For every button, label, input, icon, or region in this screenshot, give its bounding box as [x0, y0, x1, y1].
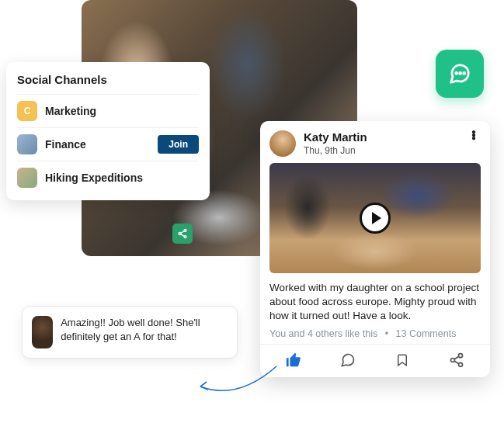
share-button[interactable]: [443, 349, 471, 371]
post-actions-bar: [260, 344, 490, 373]
chat-button[interactable]: [436, 50, 484, 98]
channel-row-finance[interactable]: Finance Join: [17, 127, 199, 161]
post-author-name[interactable]: Katy Martin: [304, 130, 467, 144]
play-icon[interactable]: [360, 203, 391, 234]
channel-icon-hiking: [17, 168, 37, 188]
channel-label: Hiking Expeditions: [45, 172, 199, 184]
comment-icon: [340, 352, 356, 368]
social-channels-card: Social Channels C Marketing Finance Join…: [6, 62, 210, 200]
post-likes-text[interactable]: You and 4 others like this: [269, 328, 377, 339]
post-author-avatar[interactable]: [269, 130, 296, 157]
social-channels-title: Social Channels: [17, 73, 199, 86]
post-comments-text[interactable]: 13 Comments: [396, 328, 457, 339]
channel-label: Marketing: [45, 105, 199, 117]
separator: •: [385, 328, 388, 339]
arrow-annotation: [191, 363, 284, 410]
chat-icon: [448, 62, 471, 85]
channel-row-marketing[interactable]: C Marketing: [17, 94, 199, 127]
svg-point-5: [464, 72, 465, 74]
comment-card: Amazing!! Job well done! She'll definite…: [22, 306, 238, 359]
post-media[interactable]: [269, 163, 481, 273]
post-menu-button[interactable]: ●●●: [467, 130, 481, 140]
svg-point-6: [459, 353, 463, 357]
channel-icon-finance: [17, 134, 37, 154]
post-date: Thu, 9th Jun: [304, 145, 467, 156]
share-icon: [449, 352, 464, 368]
svg-point-3: [456, 72, 457, 74]
thumbs-up-icon: [285, 352, 302, 369]
channel-row-hiking[interactable]: Hiking Expeditions: [17, 161, 199, 194]
svg-point-4: [460, 72, 461, 74]
comment-text: Amazing!! Job well done! She'll definite…: [61, 316, 228, 343]
share-chip: [172, 224, 193, 244]
svg-point-8: [459, 362, 463, 366]
channel-icon-marketing: C: [17, 101, 37, 121]
comment-avatar[interactable]: [32, 316, 53, 348]
post-header: Katy Martin Thu, 9th Jun ●●●: [260, 121, 490, 163]
post-card: Katy Martin Thu, 9th Jun ●●● Worked with…: [260, 121, 490, 377]
svg-point-7: [451, 358, 455, 362]
bookmark-button[interactable]: [388, 349, 416, 371]
bookmark-icon: [395, 352, 409, 368]
channel-label: Finance: [45, 138, 158, 151]
post-body: Worked with my daughter on a school proj…: [260, 273, 490, 328]
post-meta: You and 4 others like this • 13 Comments: [260, 328, 490, 344]
comment-button[interactable]: [334, 349, 362, 371]
join-button[interactable]: Join: [158, 135, 199, 154]
